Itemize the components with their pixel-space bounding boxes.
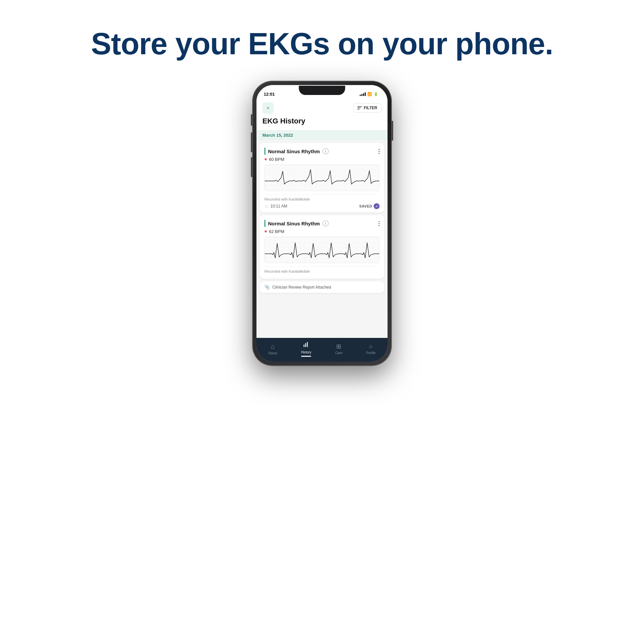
phone-mute-button bbox=[251, 114, 253, 126]
status-icons: 📶 🔋 bbox=[360, 92, 378, 96]
more-dot bbox=[379, 221, 380, 222]
date-header: March 15, 2022 bbox=[256, 130, 388, 140]
card-header-left-1: Normal Sinus Rhythm i bbox=[264, 148, 329, 155]
phone-volume-down-button bbox=[251, 157, 253, 177]
saved-check-icon: ✓ bbox=[374, 203, 380, 209]
ekg-card-1[interactable]: Normal Sinus Rhythm i ♥ 60 BPM bbox=[260, 143, 384, 212]
more-dot bbox=[379, 153, 380, 154]
svg-rect-3 bbox=[305, 343, 306, 347]
more-menu-1[interactable] bbox=[379, 149, 380, 154]
ekg-chart-2 bbox=[264, 237, 380, 263]
card-bottom-row-1: ☆ 10:11 AM SAVED ✓ bbox=[264, 203, 380, 209]
nav-item-profile[interactable]: ○ Profile bbox=[366, 343, 376, 355]
page-title-section: EKG History bbox=[256, 117, 388, 130]
more-menu-2[interactable] bbox=[379, 221, 380, 226]
page-title: EKG History bbox=[262, 117, 382, 125]
nav-label-history: History bbox=[301, 350, 311, 354]
back-button[interactable]: < bbox=[262, 102, 274, 114]
card-footer-1: Recorded with KardiaMobile ☆ 10:11 AM SA… bbox=[264, 194, 380, 209]
bpm-row-1: ♥ 60 BPM bbox=[264, 157, 380, 162]
recorded-text-2: Recorded with KardiaMobile bbox=[264, 269, 380, 273]
nav-label-care: Care bbox=[335, 351, 343, 355]
svg-rect-1 bbox=[265, 237, 379, 263]
phone-notch bbox=[299, 86, 345, 95]
bottom-nav: ⌂ Home History ⊞ Car bbox=[256, 338, 388, 362]
wifi-icon: 📶 bbox=[367, 92, 372, 96]
bpm-row-2: ♥ 62 BPM bbox=[264, 229, 380, 234]
saved-badge-1: SAVED ✓ bbox=[359, 203, 380, 209]
care-icon: ⊞ bbox=[336, 343, 341, 350]
nav-item-home[interactable]: ⌂ Home bbox=[268, 343, 277, 355]
phone-volume-up-button bbox=[251, 132, 253, 152]
phone-screen: 12:01 📶 🔋 < bbox=[256, 85, 388, 362]
app-header: < FILTER bbox=[256, 100, 388, 117]
svg-rect-4 bbox=[307, 342, 308, 347]
clinician-text: Clinician Review Report Attached bbox=[272, 285, 331, 290]
page-headline: Store your EKGs on your phone. bbox=[91, 26, 553, 61]
card-header-2: Normal Sinus Rhythm i bbox=[264, 220, 380, 227]
time-row-1: ☆ 10:11 AM bbox=[264, 204, 287, 209]
card-footer-2: Recorded with KardiaMobile bbox=[264, 266, 380, 273]
nav-item-history[interactable]: History bbox=[301, 341, 311, 357]
more-dot bbox=[379, 149, 380, 150]
filter-button[interactable]: FILTER bbox=[353, 103, 382, 113]
clinician-icon: 📎 bbox=[264, 285, 270, 290]
phone-mockup: 12:01 📶 🔋 < bbox=[253, 81, 391, 366]
nav-label-home: Home bbox=[268, 351, 277, 355]
battery-icon: 🔋 bbox=[374, 92, 378, 96]
signal-icon bbox=[360, 92, 366, 96]
history-icon bbox=[303, 341, 309, 349]
more-dot bbox=[379, 225, 380, 226]
nav-label-profile: Profile bbox=[366, 351, 376, 355]
info-icon-1[interactable]: i bbox=[323, 148, 329, 154]
green-accent-icon bbox=[264, 148, 265, 155]
rhythm-label-2: Normal Sinus Rhythm bbox=[268, 221, 320, 226]
clinician-card[interactable]: 📎 Clinician Review Report Attached bbox=[260, 281, 384, 293]
nav-active-indicator bbox=[301, 356, 311, 357]
status-time: 12:01 bbox=[264, 92, 275, 97]
star-icon-1[interactable]: ☆ bbox=[264, 204, 269, 209]
svg-rect-0 bbox=[265, 165, 379, 191]
scroll-area[interactable]: March 15, 2022 Normal Sinus Rhythm i bbox=[256, 130, 388, 338]
time-text-1: 10:11 AM bbox=[270, 204, 287, 208]
more-dot bbox=[379, 151, 380, 152]
ekg-chart-1 bbox=[264, 164, 380, 191]
bpm-text-1: 60 BPM bbox=[269, 157, 284, 162]
phone-shell: 12:01 📶 🔋 < bbox=[253, 81, 391, 366]
ekg-card-2[interactable]: Normal Sinus Rhythm i ♥ 62 BPM bbox=[260, 215, 384, 279]
card-header-left-2: Normal Sinus Rhythm i bbox=[264, 220, 329, 227]
profile-icon: ○ bbox=[369, 343, 373, 350]
bpm-text-2: 62 BPM bbox=[269, 229, 284, 234]
more-dot bbox=[379, 223, 380, 224]
green-accent-icon-2 bbox=[264, 220, 265, 227]
heart-icon-2: ♥ bbox=[264, 229, 267, 234]
nav-item-care[interactable]: ⊞ Care bbox=[335, 343, 343, 355]
heart-icon-1: ♥ bbox=[264, 157, 267, 162]
info-icon-2[interactable]: i bbox=[323, 220, 329, 226]
home-icon: ⌂ bbox=[271, 343, 275, 350]
rhythm-label-1: Normal Sinus Rhythm bbox=[268, 149, 320, 154]
phone-power-button bbox=[391, 121, 393, 141]
filter-icon bbox=[357, 106, 362, 110]
recorded-text-1: Recorded with KardiaMobile bbox=[264, 197, 380, 201]
svg-rect-2 bbox=[304, 345, 305, 347]
card-header-1: Normal Sinus Rhythm i bbox=[264, 148, 380, 155]
